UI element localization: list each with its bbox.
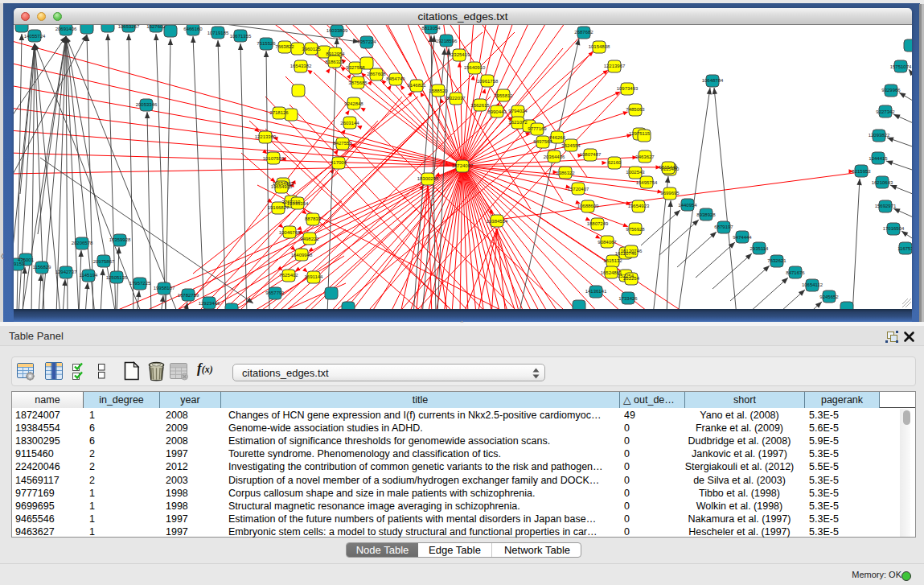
svg-text:9329966: 9329966 [881,88,901,93]
svg-text:10961758: 10961758 [477,79,499,84]
svg-text:252254: 252254 [623,276,640,281]
svg-text:2718126: 2718126 [269,110,289,115]
svg-text:1691144: 1691144 [305,274,324,279]
svg-text:10671355: 10671355 [230,34,252,39]
svg-text:20975867: 20975867 [93,259,115,264]
svg-text:18807249: 18807249 [587,221,609,226]
svg-text:17359928: 17359928 [109,237,131,242]
svg-text:9794024: 9794024 [508,109,528,113]
svg-text:19654923: 19654923 [628,204,650,208]
svg-text:15640910: 15640910 [464,65,486,70]
svg-text:16120746: 16120746 [621,249,643,253]
svg-text:19958107: 19958107 [154,286,175,290]
svg-text:15751074: 15751074 [890,64,912,69]
svg-text:20053346: 20053346 [136,102,158,107]
svg-text:2935114: 2935114 [750,246,770,251]
svg-text:7485063: 7485063 [626,107,645,112]
svg-text:1621072: 1621072 [508,120,528,125]
svg-text:16782759: 16782759 [178,293,199,298]
svg-text:9245652: 9245652 [819,295,839,299]
svg-text:7955812: 7955812 [494,93,513,98]
svg-text:15495754: 15495754 [636,180,658,185]
svg-text:9756928: 9756928 [626,227,645,232]
svg-text:3875685: 3875685 [348,80,368,85]
svg-text:19654963: 19654963 [273,181,294,186]
svg-text:10654112: 10654112 [802,282,823,287]
svg-text:16210643: 16210643 [872,180,893,185]
svg-text:19218596: 19218596 [436,39,458,43]
svg-text:9474444: 9474444 [733,235,752,240]
svg-text:10046768: 10046768 [279,230,301,235]
svg-text:6497568: 6497568 [533,139,552,144]
svg-text:17016504: 17016504 [883,226,905,231]
svg-text:9657791: 9657791 [265,290,285,295]
svg-text:12505135: 12505135 [106,275,128,280]
svg-text:6879197: 6879197 [714,225,733,229]
svg-text:20206578: 20206578 [72,241,93,245]
svg-text:12213967: 12213967 [604,64,626,68]
svg-text:1440954: 1440954 [678,203,697,208]
svg-text:18724007: 18724007 [452,163,474,168]
svg-text:7625402: 7625402 [279,273,298,278]
svg-text:1145194: 1145194 [80,273,99,278]
svg-text:9463627: 9463627 [635,154,655,159]
svg-text:17957225: 17957225 [129,281,151,286]
svg-text:2603144: 2603144 [340,121,359,126]
svg-text:8454749: 8454749 [386,76,405,81]
svg-text:9227342: 9227342 [876,109,895,114]
svg-text:8990443: 8990443 [487,109,507,114]
svg-text:8813054: 8813054 [421,26,441,31]
svg-text:10973493: 10973493 [617,86,639,91]
svg-text:8938928: 8938928 [696,212,716,217]
svg-text:9242848: 9242848 [344,101,363,106]
svg-text:1527602: 1527602 [146,25,166,29]
svg-text:10807487: 10807487 [580,152,602,157]
svg-text:8427552: 8427552 [333,141,352,146]
svg-text:9498222: 9498222 [300,237,319,241]
svg-text:8471676: 8471676 [786,270,805,275]
svg-text:13535354: 13535354 [287,201,309,206]
svg-text:8322037: 8322037 [446,96,466,101]
svg-text:12213369: 12213369 [255,134,277,139]
svg-text:9327508: 9327508 [346,65,365,70]
svg-text:1733426: 1733426 [618,296,638,301]
svg-text:16033809: 16033809 [326,28,348,33]
svg-text:417004: 417004 [331,160,347,165]
svg-text:16409948: 16409948 [291,253,313,257]
svg-text:10688609: 10688609 [577,204,599,208]
svg-text:10653267: 10653267 [118,25,140,29]
svg-text:6466160: 6466160 [183,27,203,31]
svg-text:10719185: 10719185 [207,31,229,35]
svg-text:9777169: 9777169 [528,126,547,131]
svg-text:9146821: 9146821 [407,83,426,88]
svg-text:1562615: 1562615 [470,103,490,108]
svg-text:12942737: 12942737 [55,270,77,274]
svg-text:62160: 62160 [608,160,622,165]
svg-text:15692971: 15692971 [875,204,897,208]
svg-text:9699695: 9699695 [660,191,680,196]
svg-text:8186323: 8186323 [325,60,344,64]
svg-text:1244415: 1244415 [869,156,888,161]
svg-text:12325419: 12325419 [449,52,470,57]
svg-text:12923446: 12923446 [199,301,220,306]
svg-text:14136141: 14136141 [585,289,607,294]
svg-text:1002543: 1002543 [626,170,645,175]
svg-text:1615132: 1615132 [603,258,622,263]
svg-text:19384554: 19384554 [487,219,508,224]
svg-text:20691406: 20691406 [55,27,77,31]
svg-text:2386322: 2386322 [556,171,575,175]
svg-text:18300295: 18300295 [417,176,439,181]
svg-text:14055724: 14055724 [24,34,46,39]
svg-text:12975115: 12975115 [629,131,651,136]
svg-text:2687682: 2687682 [574,30,593,35]
svg-text:15720407: 15720407 [568,187,589,192]
svg-text:20364436: 20364436 [544,154,565,159]
svg-text:7357224: 7357224 [357,39,376,44]
svg-text:16543382: 16543382 [290,64,312,68]
svg-text:10648784: 10648784 [702,78,724,83]
svg-text:10107553: 10107553 [263,156,285,161]
svg-text:10154808: 10154808 [589,44,610,49]
svg-text:12093822: 12093822 [869,133,890,138]
svg-text:7663822: 7663822 [275,44,294,49]
svg-text:887833: 887833 [305,216,322,221]
